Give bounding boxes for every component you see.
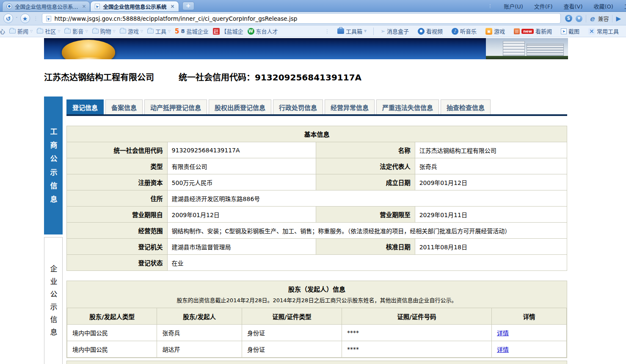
tab-close-icon[interactable]: × bbox=[171, 3, 175, 9]
chevron-down-icon: ▼ bbox=[364, 29, 367, 33]
field-label: 营业期限至 bbox=[316, 207, 415, 223]
field-label: 营业期限自 bbox=[67, 207, 168, 223]
chevron-down-icon: ▽ bbox=[141, 29, 143, 33]
site-banner bbox=[44, 38, 568, 59]
toolbox-button[interactable]: 工具箱▼ bbox=[335, 27, 369, 35]
folder-icon bbox=[147, 29, 154, 33]
back-dropdown-icon[interactable]: ˅ bbox=[16, 17, 18, 21]
download-dropdown-icon[interactable]: ▼ bbox=[576, 15, 582, 22]
banner-building-photo bbox=[486, 38, 568, 59]
chevron-down-icon: ▽ bbox=[58, 29, 60, 33]
bookmark-folder-shopping[interactable]: 购物▽ bbox=[90, 27, 118, 35]
favorites-star-button[interactable]: ★ bbox=[20, 14, 30, 23]
shareholder-type: 境内中国公民 bbox=[67, 341, 157, 358]
field-label: 名称 bbox=[316, 142, 415, 158]
field-value: 张奇兵 bbox=[415, 158, 567, 174]
field-label: 核准日期 bbox=[316, 239, 415, 255]
compat-mode-button[interactable]: 兼容 bbox=[598, 14, 609, 22]
address-bar-actions: S ▼ e 兼容 ▶ bbox=[563, 14, 623, 23]
ganji-icon: 赶 bbox=[213, 28, 220, 35]
next-section-header-clipped bbox=[66, 361, 567, 364]
58-icon: 8 bbox=[181, 28, 185, 34]
new-tab-button[interactable]: + bbox=[182, 2, 194, 10]
table-row: 境内中国公民 胡达芹 身份证 **** 详情 bbox=[67, 341, 567, 358]
bookmark-folder-games[interactable]: 游戏▽ bbox=[118, 27, 145, 35]
browser-address-bar: ↺ ˅ ★ ⋮ http://www.jsgsj.gov.cn:58888/ec… bbox=[0, 12, 626, 25]
credit-code: 统一社会信用代码：91320925684139117A bbox=[179, 71, 361, 83]
detail-link[interactable]: 详情 bbox=[497, 330, 509, 336]
bookmark-folder-tools[interactable]: 工具▽ bbox=[145, 27, 173, 35]
shareholders-section: 股东（发起人）信息 股东的出资信息截止2014年2月28日。2014年2月28日… bbox=[66, 281, 567, 358]
ie-compat-icon[interactable]: e bbox=[590, 14, 595, 23]
divider bbox=[612, 15, 612, 22]
newspaper-icon bbox=[514, 28, 520, 34]
bookmark-folder-community[interactable]: 社区▽ bbox=[35, 27, 62, 35]
field-label: 登记状态 bbox=[67, 255, 168, 271]
folder-icon bbox=[120, 29, 126, 33]
field-value: 91320925684139117A bbox=[167, 142, 316, 158]
toolbar-separator-dots: ⋮ bbox=[33, 16, 39, 22]
sidebar-item-enterprise-publicity[interactable]: 企业公示信息 bbox=[44, 237, 63, 364]
gold-emblem-logo bbox=[57, 40, 120, 59]
bookmark-58-yancheng[interactable]: 58盐城企业 bbox=[173, 27, 211, 35]
tab-abnormal-operation-info[interactable]: 经营异常信息 bbox=[325, 99, 375, 114]
toolbox-icon bbox=[337, 28, 344, 34]
listen-music-button[interactable]: ♪听音乐 bbox=[450, 27, 479, 35]
menu-view[interactable]: 查看(V) bbox=[563, 2, 582, 10]
company-name: 江苏杰达钢结构工程有限公司 bbox=[44, 71, 154, 83]
common-tools-button[interactable]: ✕常用工具 bbox=[586, 27, 621, 35]
games-button[interactable]: ▣游戏 bbox=[483, 27, 507, 35]
main-content: 登记信息 备案信息 动产抵押登记信息 股权出质登记信息 行政处罚信息 经营异常信… bbox=[66, 99, 567, 364]
screenshot-button[interactable]: ➤截图 bbox=[559, 27, 582, 35]
tab-filing-info[interactable]: 备案信息 bbox=[105, 99, 143, 114]
tab-admin-penalty-info[interactable]: 行政处罚信息 bbox=[273, 99, 323, 114]
folder-icon bbox=[37, 29, 43, 33]
bookmark-folder-media[interactable]: 影音▽ bbox=[62, 27, 90, 35]
bookmark-ganji[interactable]: 赶【盐城企 bbox=[211, 27, 245, 35]
sidebar-item-gongshang-publicity[interactable]: 工商公示信息 bbox=[44, 97, 63, 234]
tab-spot-check-info[interactable]: 抽查检查信息 bbox=[441, 99, 491, 114]
cert-type: 身份证 bbox=[242, 325, 342, 341]
menu-favorites[interactable]: 收藏(O) bbox=[594, 2, 613, 10]
bookmark-label: 游戏 bbox=[128, 27, 139, 35]
url-input[interactable]: http://www.jsgsj.gov.cn:58888/ecipplatfo… bbox=[42, 13, 561, 24]
detail-link[interactable]: 详情 bbox=[497, 346, 509, 353]
video-icon bbox=[418, 28, 425, 35]
bookmark-label: 购物 bbox=[100, 27, 111, 35]
back-button[interactable]: ↺ bbox=[3, 14, 13, 23]
browser-tab-2-active[interactable]: 全国企业信用信息公示系统 × bbox=[90, 1, 179, 11]
music-label: 听音乐 bbox=[460, 27, 477, 35]
shareholder-name: 胡达芹 bbox=[157, 341, 242, 358]
tab-serious-violation-info[interactable]: 严重违法失信信息 bbox=[376, 99, 439, 114]
tab-equity-pledge-info[interactable]: 股权出质登记信息 bbox=[209, 99, 271, 114]
shareholder-name: 张奇兵 bbox=[157, 325, 242, 341]
read-news-button[interactable]: new看新闻 bbox=[512, 27, 554, 35]
tab-close-icon[interactable]: × bbox=[82, 3, 86, 9]
tab-underline-bar bbox=[66, 114, 567, 116]
tools-x-icon: ✕ bbox=[588, 28, 595, 35]
watch-video-button[interactable]: 看视频 bbox=[416, 27, 445, 35]
tab-registration-info[interactable]: 登记信息 bbox=[66, 99, 104, 114]
shareholder-type: 境内中国公民 bbox=[67, 325, 157, 341]
shareholders-table: 股东/发起人类型 股东/发起人 证照/证件类型 证照/证件号码 详情 境内中国公… bbox=[67, 308, 567, 358]
bookmark-folder-news[interactable]: 新闻▽ bbox=[7, 27, 35, 35]
chevron-down-icon: ▽ bbox=[168, 29, 171, 33]
games-label: 游戏 bbox=[494, 27, 505, 35]
bookmark-partial[interactable]: 心 bbox=[0, 27, 7, 35]
menu-tools[interactable]: 工具(T) bbox=[624, 2, 626, 10]
go-forward-icon[interactable]: ▶ bbox=[616, 15, 621, 22]
bookmark-dongtai-talent[interactable]: W东台人才 bbox=[245, 27, 280, 35]
menu-file[interactable]: 文件(F) bbox=[534, 2, 553, 10]
message-box-button[interactable]: ➢消息盒子 bbox=[378, 27, 411, 35]
page-icon bbox=[46, 16, 52, 22]
browser-tab-1[interactable]: 全国企业信用信息公示系... × bbox=[2, 1, 90, 11]
bookmark-label: 工具 bbox=[155, 27, 166, 35]
menu-account[interactable]: 账户(U) bbox=[504, 2, 523, 10]
tab-chattel-mortgage-info[interactable]: 动产抵押登记信息 bbox=[144, 99, 207, 114]
security-shield-icon[interactable]: S bbox=[565, 15, 572, 22]
tab-favicon-icon bbox=[6, 3, 12, 9]
bookmark-label: 【盐城企 bbox=[221, 27, 243, 35]
bookmarks-bar: 心 新闻▽ 社区▽ 影音▽ 购物▽ 游戏▽ 工具▽ 58盐城企业 赶【盐城企 W… bbox=[0, 25, 626, 37]
basic-info-title: 基本信息 bbox=[67, 126, 567, 142]
url-text: http://www.jsgsj.gov.cn:58888/ecipplatfo… bbox=[55, 15, 298, 22]
